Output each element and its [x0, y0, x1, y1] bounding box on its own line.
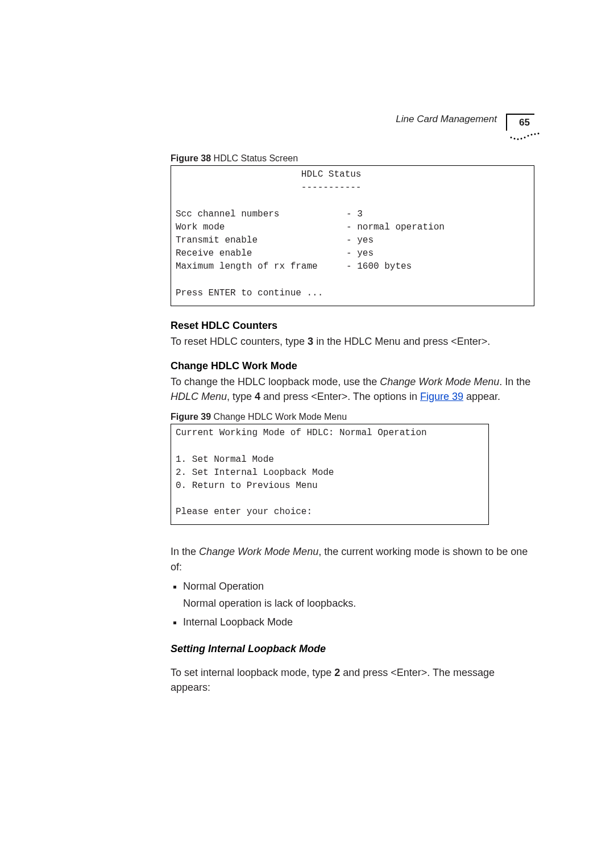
setting-internal-paragraph: To set internal loopback mode, type 2 an…	[171, 665, 534, 695]
f38-row5-l: Maximum length of rx frame	[176, 260, 346, 273]
f38-line1: HDLC Status	[176, 169, 361, 180]
figure-38-box: HDLC Status ----------- Scc channel numb…	[171, 165, 534, 306]
running-header: Line Card Management 65	[171, 114, 534, 131]
reset-para-bold: 3	[308, 336, 313, 347]
sil-bold: 2	[334, 667, 340, 678]
cwm-after: and press <Enter>. The options in	[260, 391, 420, 402]
f38-row3-l: Transmit enable	[176, 234, 346, 247]
figure-39-caption: Figure 39 Change HDLC Work Mode Menu	[171, 412, 534, 422]
svg-point-2	[517, 139, 519, 140]
sil-pre: To set internal loopback mode, type	[171, 667, 334, 678]
svg-point-0	[511, 137, 512, 139]
f38-press: Press ENTER to continue ...	[176, 288, 323, 298]
f39-line4: 0. Return to Previous Menu	[176, 481, 318, 491]
list-item: Internal Loopback Mode	[183, 615, 534, 631]
svg-point-3	[521, 138, 522, 140]
page-number: 65	[519, 117, 530, 128]
reset-hdlc-heading: Reset HDLC Counters	[171, 320, 534, 332]
f38-row3-r: - yes	[346, 234, 374, 247]
f38-row5-r: - 1600 bytes	[346, 260, 412, 273]
mode-list: Normal Operation Normal operation is lac…	[171, 579, 534, 631]
figure-38-caption-bold: Figure 38	[171, 153, 211, 163]
af39-pre: In the	[171, 546, 199, 557]
after-fig39-paragraph: In the Change Work Mode Menu, the curren…	[171, 544, 534, 574]
bullet-normal-subline: Normal operation is lack of loopbacks.	[183, 596, 534, 612]
figure-38-caption: Figure 38 HDLC Status Screen	[171, 153, 534, 164]
f38-row2-r: - normal operation	[346, 221, 445, 234]
svg-point-6	[531, 134, 533, 136]
bullet-internal-loopback: Internal Loopback Mode	[183, 616, 293, 628]
svg-point-5	[528, 135, 529, 137]
figure-39-link[interactable]: Figure 39	[420, 391, 463, 402]
dots-decoration-icon	[509, 131, 541, 141]
af39-ital: Change Work Mode Menu	[199, 546, 318, 557]
f38-line2: -----------	[176, 182, 361, 193]
f38-row1-r: - 3	[346, 208, 363, 221]
f38-row2-l: Work mode	[176, 221, 346, 234]
change-work-mode-paragraph: To change the HDLC loopback mode, use th…	[171, 374, 534, 404]
figure-39-caption-rest: Change HDLC Work Mode Menu	[211, 412, 347, 422]
f38-row4-r: - yes	[346, 247, 374, 260]
change-work-mode-heading: Change HDLC Work Mode	[171, 360, 534, 372]
f38-row4-l: Receive enable	[176, 247, 346, 260]
reset-para-post: in the HDLC Menu and press <Enter>.	[313, 336, 490, 347]
f39-line3: 2. Set Internal Loopback Mode	[176, 468, 334, 478]
cwm-ital2: HDLC Menu	[171, 391, 227, 402]
cwm-ital1: Change Work Mode Menu	[380, 376, 499, 387]
cwm-mid: , type	[227, 391, 255, 402]
page: Line Card Management 65 Figure 38 HDLC S…	[0, 0, 614, 868]
f39-line2: 1. Set Normal Mode	[176, 454, 274, 465]
figure-39-caption-bold: Figure 39	[171, 412, 211, 422]
cwm-bold: 4	[255, 391, 260, 402]
cwm-pre: To change the HDLC loopback mode, use th…	[171, 376, 380, 387]
figure-39-box: Current Working Mode of HDLC: Normal Ope…	[171, 424, 489, 525]
reset-hdlc-paragraph: To reset HDLC counters, type 3 in the HD…	[171, 334, 534, 349]
f39-line5: Please enter your choice:	[176, 507, 312, 517]
cwm-post: . In the	[499, 376, 530, 387]
svg-point-1	[514, 138, 516, 140]
f38-row1-l: Scc channel numbers	[176, 208, 346, 221]
svg-point-4	[524, 137, 526, 139]
setting-internal-heading: Setting Internal Loopback Mode	[171, 643, 534, 655]
cwm-end: appear.	[463, 391, 500, 402]
figure-38-caption-rest: HDLC Status Screen	[211, 153, 298, 163]
header-section-title: Line Card Management	[396, 114, 497, 125]
f39-line1: Current Working Mode of HDLC: Normal Ope…	[176, 428, 427, 438]
svg-point-7	[534, 133, 536, 135]
svg-point-8	[538, 133, 540, 135]
bullet-normal-operation: Normal Operation	[183, 581, 264, 592]
reset-para-pre: To reset HDLC counters, type	[171, 336, 308, 347]
list-item: Normal Operation Normal operation is lac…	[183, 579, 534, 612]
page-number-box: 65	[506, 114, 534, 131]
